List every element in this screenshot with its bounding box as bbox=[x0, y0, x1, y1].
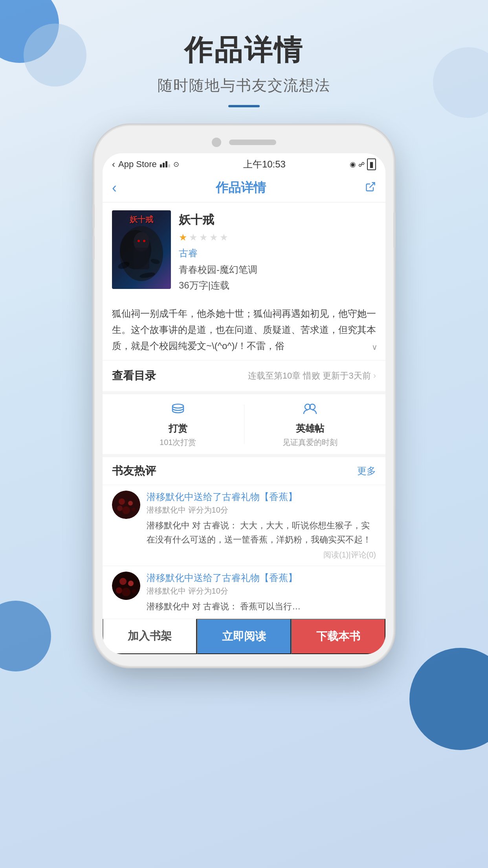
svg-point-13 bbox=[112, 491, 140, 519]
page-divider bbox=[228, 105, 260, 107]
toc-label: 查看目录 bbox=[112, 368, 156, 383]
navigation-bar: ‹ 作品详情 bbox=[103, 174, 385, 202]
star-3: ★ bbox=[199, 232, 208, 243]
add-to-shelf-button[interactable]: 加入书架 bbox=[103, 619, 197, 654]
review-text-2: 潜移默化中 对 古睿说： 香蕉可以当行… bbox=[147, 600, 376, 613]
review-footer-1: 阅读(1)|评论(0) bbox=[147, 550, 376, 560]
reward-icon bbox=[170, 401, 186, 420]
book-cover: 妖十戒 bbox=[112, 210, 171, 289]
chevron-right-icon: › bbox=[373, 371, 376, 381]
hero-post-label: 英雄帖 bbox=[296, 422, 324, 435]
svg-point-20 bbox=[119, 578, 127, 585]
read-now-button[interactable]: 立即阅读 bbox=[197, 619, 291, 654]
phone-screen: ‹ App Store ⊙ 上午10:53 ◉ ☍ ▮ bbox=[103, 153, 385, 654]
signal-bars bbox=[160, 161, 170, 167]
svg-point-17 bbox=[117, 506, 123, 511]
review-item-1: 潜移默化中送给了古睿礼物【香蕉】 潜移默化中 评分为10分 潜移默化中 对 古睿… bbox=[103, 485, 385, 565]
signal-bar-3 bbox=[165, 161, 167, 167]
toc-bar[interactable]: 查看目录 连载至第10章 惜败 更新于3天前 › bbox=[103, 360, 385, 394]
hero-post-action[interactable]: 英雄帖 见证真爱的时刻 bbox=[244, 401, 376, 448]
status-left: ‹ App Store ⊙ bbox=[112, 159, 179, 170]
hero-post-sub: 见证真爱的时刻 bbox=[283, 437, 338, 448]
app-store-label: App Store bbox=[118, 159, 157, 169]
star-4: ★ bbox=[209, 232, 218, 243]
svg-point-23 bbox=[116, 587, 122, 594]
wifi-icon: ⊙ bbox=[173, 160, 179, 169]
download-button[interactable]: 下载本书 bbox=[291, 619, 385, 654]
book-name: 妖十戒 bbox=[179, 212, 376, 228]
phone-camera bbox=[212, 138, 221, 147]
svg-point-10 bbox=[172, 404, 183, 408]
back-button[interactable]: ‹ bbox=[112, 180, 117, 196]
review-title-1[interactable]: 潜移默化中送给了古睿礼物【香蕉】 bbox=[147, 491, 376, 503]
review-title-2[interactable]: 潜移默化中送给了古睿礼物【香蕉】 bbox=[147, 572, 376, 584]
expand-icon[interactable]: ∨ bbox=[372, 340, 378, 354]
signal-bar-2 bbox=[163, 163, 165, 167]
book-cover-svg bbox=[112, 214, 171, 285]
reviews-section: 书友热评 更多 bbox=[103, 457, 385, 619]
svg-point-18 bbox=[132, 508, 136, 511]
phone-notch bbox=[103, 138, 385, 147]
svg-rect-4 bbox=[134, 248, 149, 269]
page-header: 作品详情 随时随地与书友交流想法 bbox=[0, 31, 488, 107]
review-item-2: 潜移默化中送给了古睿礼物【香蕉】 潜移默化中 评分为10分 潜移默化中 对 古睿… bbox=[103, 566, 385, 619]
book-genre: 青春校园-魔幻笔调 bbox=[179, 263, 376, 276]
toc-chapter: 连载至第10章 惜败 bbox=[248, 370, 321, 382]
book-description: 狐仙祠一别成千年，他杀她十世；狐仙祠再遇如初见，他守她一生。这个故事讲的是道，也… bbox=[103, 300, 385, 360]
svg-point-15 bbox=[128, 501, 133, 506]
toc-info: 连载至第10章 惜败 更新于3天前 › bbox=[248, 370, 376, 382]
page-subtitle: 随时随地与书友交流想法 bbox=[0, 75, 488, 96]
star-1: ★ bbox=[179, 232, 187, 243]
book-info-section: 妖十戒 bbox=[103, 202, 385, 300]
star-2: ★ bbox=[189, 232, 198, 243]
share-button[interactable] bbox=[365, 181, 376, 195]
signal-bar-1 bbox=[160, 164, 162, 167]
phone-frame: ‹ App Store ⊙ 上午10:53 ◉ ☍ ▮ bbox=[95, 126, 393, 666]
reviews-header: 书友热评 更多 bbox=[103, 457, 385, 485]
svg-point-5 bbox=[138, 240, 140, 242]
nav-title: 作品详情 bbox=[216, 179, 266, 197]
hero-post-icon bbox=[302, 401, 318, 420]
book-cover-art: 妖十戒 bbox=[112, 210, 171, 289]
author-name[interactable]: 古睿 bbox=[179, 247, 376, 259]
svg-point-24 bbox=[132, 589, 136, 594]
svg-point-14 bbox=[119, 498, 125, 505]
review-content-1: 潜移默化中送给了古睿礼物【香蕉】 潜移默化中 评分为10分 潜移默化中 对 古睿… bbox=[147, 491, 376, 560]
status-time: 上午10:53 bbox=[243, 158, 286, 171]
reward-action[interactable]: 打赏 101次打赏 bbox=[112, 401, 244, 448]
toc-updated: 更新于3天前 bbox=[323, 370, 371, 382]
reward-count: 101次打赏 bbox=[160, 437, 196, 448]
book-description-text: 狐仙祠一别成千年，他杀她十世；狐仙祠再遇如初见，他守她一生。这个故事讲的是道，也… bbox=[112, 308, 376, 351]
book-details: 妖十戒 ★ ★ ★ ★ ★ 古睿 青春校园-魔幻笔调 36万字|连载 bbox=[179, 210, 376, 292]
book-cover-title-text: 妖十戒 bbox=[130, 214, 153, 225]
reward-label: 打赏 bbox=[169, 422, 187, 435]
bluetooth-icon: ☍ bbox=[358, 161, 365, 168]
volume-down-button bbox=[93, 236, 95, 259]
status-right: ◉ ☍ ▮ bbox=[350, 158, 376, 170]
review-avatar-1 bbox=[112, 491, 140, 519]
bottom-action-bar: 加入书架 立即阅读 下载本书 bbox=[103, 619, 385, 654]
star-rating: ★ ★ ★ ★ ★ bbox=[179, 232, 376, 243]
status-back-icon: ‹ bbox=[112, 159, 115, 170]
reviews-more-button[interactable]: 更多 bbox=[357, 465, 376, 477]
phone-speaker bbox=[229, 140, 276, 145]
book-meta: 36万字|连载 bbox=[179, 279, 376, 292]
review-text-1: 潜移默化中 对 古睿说： 大大，大大，听说你想生猴子，实在没有什么可送的，送一筐… bbox=[147, 519, 376, 546]
review-author-1: 潜移默化中 评分为10分 bbox=[147, 505, 376, 515]
power-button bbox=[393, 212, 395, 248]
review-content-2: 潜移默化中送给了古睿礼物【香蕉】 潜移默化中 评分为10分 潜移默化中 对 古睿… bbox=[147, 572, 376, 613]
svg-point-21 bbox=[128, 581, 134, 586]
bg-decoration-4 bbox=[409, 648, 488, 750]
phone-wrapper: ‹ App Store ⊙ 上午10:53 ◉ ☍ ▮ bbox=[95, 126, 393, 666]
review-author-2: 潜移默化中 评分为10分 bbox=[147, 586, 376, 596]
svg-point-16 bbox=[122, 506, 130, 514]
location-icon: ◉ bbox=[350, 160, 356, 169]
action-bar: 打赏 101次打赏 英雄帖 见证真爱的时刻 bbox=[103, 394, 385, 457]
reviews-title: 书友热评 bbox=[112, 463, 156, 478]
star-5: ★ bbox=[220, 232, 228, 243]
bg-decoration-5 bbox=[0, 601, 51, 671]
svg-point-6 bbox=[143, 240, 145, 242]
review-avatar-2 bbox=[112, 572, 140, 600]
battery-icon: ▮ bbox=[367, 158, 376, 170]
svg-line-0 bbox=[370, 182, 375, 188]
